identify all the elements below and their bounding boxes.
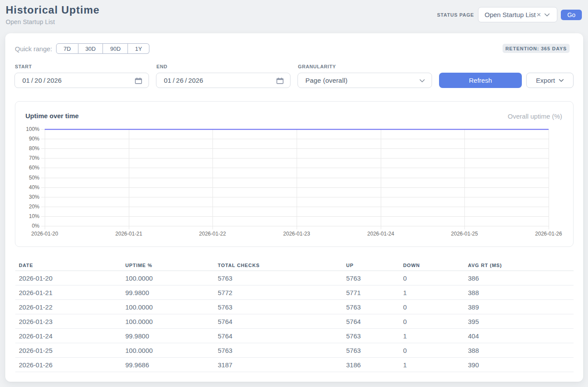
svg-text:90%: 90% (29, 136, 39, 142)
svg-text:100%: 100% (26, 126, 39, 132)
svg-text:60%: 60% (29, 165, 39, 171)
svg-text:80%: 80% (29, 145, 39, 151)
svg-text:0%: 0% (32, 223, 40, 229)
svg-text:2026-01-20: 2026-01-20 (31, 231, 58, 237)
svg-text:2026-01-21: 2026-01-21 (115, 231, 142, 237)
svg-text:2026-01-26: 2026-01-26 (535, 231, 562, 237)
svg-text:10%: 10% (29, 213, 39, 219)
svg-text:40%: 40% (29, 184, 39, 190)
svg-text:30%: 30% (29, 194, 39, 200)
svg-text:70%: 70% (29, 155, 39, 161)
svg-text:50%: 50% (29, 175, 39, 181)
svg-text:2026-01-24: 2026-01-24 (367, 231, 394, 237)
svg-text:2026-01-25: 2026-01-25 (451, 231, 478, 237)
svg-text:20%: 20% (29, 204, 39, 210)
svg-text:2026-01-23: 2026-01-23 (283, 231, 310, 237)
svg-text:2026-01-22: 2026-01-22 (199, 231, 226, 237)
